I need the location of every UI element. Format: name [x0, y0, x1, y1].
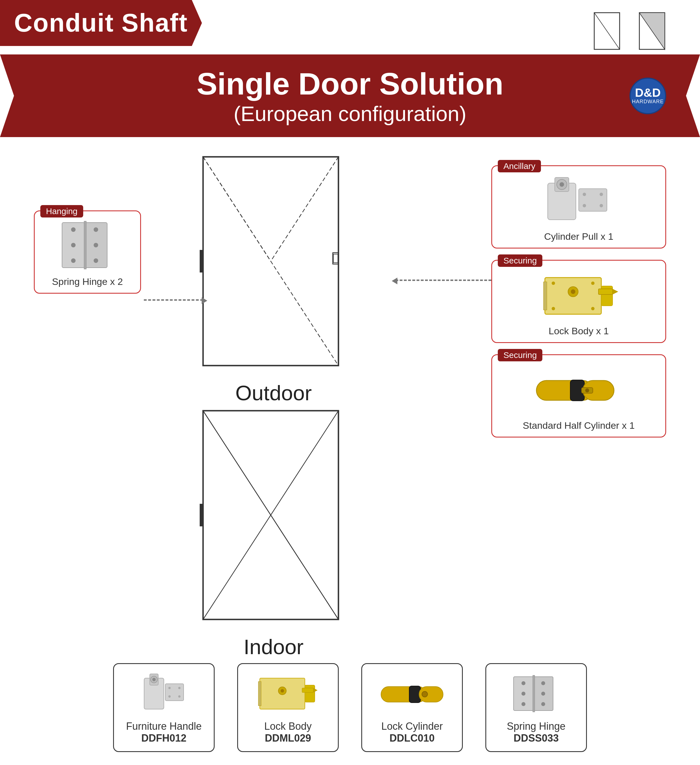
outdoor-door-section: Outdoor: [192, 154, 356, 405]
indoor-label: Indoor: [192, 635, 356, 659]
lock-cylinder-card: Lock Cylinder DDLC010: [361, 663, 463, 752]
svg-marker-69: [313, 688, 318, 693]
lock-body-svg: [536, 266, 621, 323]
svg-marker-4: [639, 13, 665, 49]
dd-logo-text: D&D: [635, 87, 661, 99]
securing-lockbody-card: Securing: [491, 260, 666, 343]
outdoor-door-svg: [192, 154, 356, 374]
svg-rect-34: [579, 189, 607, 211]
furniture-handle-card: Furniture Handle DDFH012: [113, 663, 215, 752]
lock-body-bottom-name: Lock Body: [264, 721, 311, 732]
ancillary-badge: Ancillary: [498, 160, 541, 172]
lock-body-label: Lock Body x 1: [498, 326, 660, 337]
svg-point-79: [521, 702, 525, 706]
svg-point-46: [552, 307, 555, 310]
lock-cylinder-image: [378, 671, 446, 716]
svg-point-9: [71, 258, 76, 263]
lock-body-bottom-image: [254, 671, 322, 716]
svg-point-38: [599, 204, 603, 207]
svg-point-10: [94, 227, 98, 232]
svg-point-63: [178, 695, 181, 697]
svg-rect-13: [84, 221, 86, 269]
furniture-handle-svg: [136, 672, 192, 715]
spring-hinge-name: Spring Hinge: [507, 721, 565, 732]
svg-point-12: [94, 258, 98, 263]
hinge-arrow-head: [201, 298, 207, 304]
products-right: Ancillary: [491, 165, 666, 438]
spring-hinge-code: DDSS033: [514, 732, 559, 744]
bottom-products: Furniture Handle DDFH012: [22, 663, 678, 765]
svg-point-74: [422, 691, 428, 697]
ancillary-arrow-line: [395, 280, 491, 281]
spring-hinge-card: Spring Hinge DDSS033: [485, 663, 587, 752]
svg-marker-44: [613, 289, 618, 294]
svg-rect-43: [598, 289, 613, 294]
spring-hinge-bottom-image: [502, 671, 570, 716]
svg-rect-29: [200, 504, 204, 526]
solution-banner: Single Door Solution (European configura…: [0, 54, 700, 137]
dd-logo: D&D HARDWARE: [629, 77, 666, 114]
lock-cylinder-code: DDLC010: [390, 732, 435, 744]
lock-body-bottom-code: DDML029: [265, 732, 311, 744]
page-title: Conduit Shaft: [14, 8, 188, 38]
securing-badge-2: Securing: [498, 349, 542, 361]
ancillary-arrow-head: [392, 277, 397, 284]
half-cylinder-label: Standard Half Cylinder x 1: [498, 420, 660, 431]
svg-point-7: [71, 227, 76, 232]
securing-badge-1: Securing: [498, 255, 542, 267]
furniture-handle-code: DDFH012: [141, 732, 186, 744]
dd-hardware-text: HARDWARE: [632, 99, 664, 105]
lock-cylinder-name: Lock Cylinder: [381, 721, 443, 732]
svg-point-80: [541, 681, 545, 685]
ancillary-product-card: Ancillary: [491, 165, 666, 249]
svg-point-36: [599, 193, 603, 196]
svg-point-48: [591, 307, 595, 310]
header-bar: Conduit Shaft: [0, 0, 202, 46]
svg-point-61: [178, 687, 181, 689]
svg-rect-65: [305, 685, 315, 702]
svg-point-45: [552, 282, 555, 285]
svg-point-11: [94, 243, 98, 247]
svg-rect-70: [258, 682, 261, 706]
svg-rect-49: [543, 282, 547, 310]
securing-halfcylinder-card: Securing: [491, 354, 666, 438]
svg-point-37: [583, 204, 586, 207]
hinge-arrow-line: [144, 299, 203, 301]
svg-point-78: [521, 692, 525, 696]
svg-point-82: [541, 702, 545, 706]
svg-rect-68: [302, 688, 313, 693]
lock-body-image: [498, 266, 660, 323]
spring-hinge-svg: [57, 217, 118, 273]
cylinder-pull-svg: [539, 172, 618, 228]
hinge-label: Spring Hinge x 2: [40, 276, 135, 287]
svg-point-42: [571, 290, 575, 294]
main-content: Hanging: [0, 137, 700, 765]
hanging-product-card: Hanging: [34, 211, 141, 294]
push-door-icon: [638, 11, 666, 51]
cylinder-pull-label: Cylinder Pull x 1: [498, 231, 660, 242]
hanging-badge: Hanging: [40, 205, 83, 217]
svg-point-54: [585, 389, 589, 392]
furniture-handle-image: [130, 671, 198, 716]
svg-point-77: [521, 681, 525, 685]
svg-rect-19: [200, 250, 204, 272]
svg-point-62: [168, 695, 171, 697]
svg-point-33: [560, 182, 564, 187]
page: Conduit Shaft pull push Single Door Solu…: [0, 0, 700, 765]
svg-point-35: [583, 193, 586, 196]
half-cylinder-svg: [531, 361, 627, 417]
furniture-handle-name: Furniture Handle: [126, 721, 201, 732]
banner-title: Single Door Solution: [0, 66, 700, 102]
indoor-door-svg: [192, 408, 356, 628]
pull-door-icon: [593, 11, 621, 51]
banner-subtitle: (European configuration): [0, 102, 700, 126]
spring-hinge-bottom-svg: [508, 672, 564, 715]
svg-line-1: [594, 13, 620, 49]
svg-rect-59: [165, 684, 184, 701]
svg-point-60: [168, 687, 171, 689]
svg-point-47: [591, 282, 595, 285]
svg-point-67: [281, 689, 284, 693]
svg-point-81: [541, 692, 545, 696]
cylinder-pull-image: [498, 172, 660, 228]
outdoor-label: Outdoor: [192, 381, 356, 405]
